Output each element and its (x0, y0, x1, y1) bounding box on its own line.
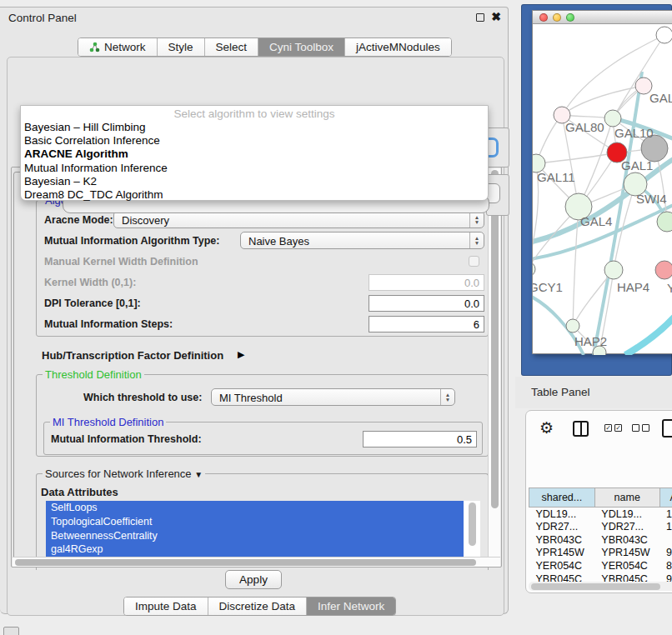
table-row[interactable]: YDL19...YDL19...13 (529, 508, 672, 521)
table-row[interactable]: YBR043CYBR043C (529, 533, 672, 547)
which-threshold-combo[interactable]: MI Threshold ▲▼ (211, 388, 455, 406)
table-row[interactable]: YBR045CYBR045C9. (529, 572, 672, 582)
table-horizontal-scrollbar[interactable] (529, 582, 672, 591)
data-attributes-list[interactable]: SelfLoopsTopologicalCoefficientBetweenne… (46, 501, 480, 559)
list-scrollbar-thumb[interactable] (469, 502, 476, 546)
table-cell[interactable]: YER054C (594, 559, 659, 572)
table-cell[interactable]: 13 (659, 508, 672, 521)
table-cell[interactable]: YDR27... (594, 520, 659, 533)
table-row[interactable]: YER054CYER054C8. (529, 559, 672, 572)
select-all-checkboxes-icon[interactable]: ✓✓ (604, 424, 622, 432)
vertical-scrollbar-thumb[interactable] (491, 170, 499, 508)
network-node-HAP2[interactable] (566, 319, 579, 332)
tab-impute-data[interactable]: Impute Data (124, 598, 208, 615)
zoom-traffic-light-icon[interactable] (566, 13, 574, 22)
control-panel-titlebar[interactable]: Control Panel ✖ (0, 8, 508, 29)
disclosure-down-icon[interactable]: ▼ (194, 470, 203, 479)
node-label: HAP2 (574, 334, 607, 348)
table-cell[interactable]: 9. (659, 572, 672, 582)
sources-title[interactable]: Sources for Network Inference ▼ (43, 468, 205, 480)
close-traffic-light-icon[interactable] (539, 13, 548, 22)
attribute-item-selected[interactable]: gal4RGexp (46, 542, 464, 557)
mi-type-combo[interactable]: Naive Bayes ▲▼ (240, 232, 484, 249)
table-row[interactable]: YPR145WYPR145W9. (529, 547, 672, 560)
table-cell[interactable]: 12 (659, 520, 672, 533)
table-cell[interactable] (659, 533, 672, 547)
dropdown-item[interactable]: Bayesian – Hill Climbing (21, 121, 488, 134)
mi-threshold-group: MI Threshold Definition Mutual Informati… (43, 422, 483, 455)
float-window-icon[interactable] (476, 13, 484, 22)
network-node-GCY1[interactable] (533, 262, 535, 277)
column-header-shared...[interactable]: shared... (529, 488, 595, 508)
close-icon[interactable]: ✖ (491, 10, 501, 23)
network-node[interactable] (657, 212, 672, 232)
table-cell[interactable]: YDR27... (529, 520, 595, 533)
attribute-item-selected[interactable]: BetweennessCentrality (46, 529, 464, 543)
stepper-arrows-icon: ▲▼ (440, 389, 454, 405)
node-label: GAL (649, 91, 672, 105)
attribute-item-selected[interactable]: SelfLoops (46, 501, 464, 515)
settings-scroll-pane: Cyni Algorithm Settings Algorithm Defini… (11, 167, 502, 568)
dropdown-item[interactable]: Basic Correlation Inference (21, 134, 488, 148)
stepper-arrows-icon: ▲▼ (469, 232, 484, 248)
network-graph[interactable]: GALGAL80GAL10GAL1GAL11SWI4GAL4GCY1HAP4YH… (533, 25, 672, 355)
table-cell[interactable]: 8. (659, 559, 672, 572)
table-cell[interactable]: YER054C (529, 559, 595, 572)
tab-label: Infer Network (318, 600, 384, 612)
settings-horizontal-scrollbar[interactable] (13, 557, 500, 567)
dropdown-item[interactable]: Mutual Information Inference (21, 162, 488, 175)
table-panel-titlebar[interactable]: Table Panel (515, 377, 672, 408)
settings-vertical-scrollbar[interactable] (488, 168, 500, 557)
gear-icon[interactable]: ⚙ (539, 418, 554, 438)
network-view-frame[interactable]: GALGAL80GAL10GAL1GAL11SWI4GAL4GCY1HAP4YH… (521, 4, 672, 376)
dropdown-item[interactable]: Bayesian – K2 (21, 175, 488, 188)
tab-discretize-data[interactable]: Discretize Data (208, 598, 308, 615)
aracne-mode-label: Aracne Mode: (44, 214, 113, 226)
table-cell[interactable]: 9. (659, 547, 672, 560)
attribute-item-selected[interactable]: TopologicalCoefficient (46, 515, 464, 529)
split-columns-icon[interactable] (573, 421, 589, 437)
dropdown-item[interactable]: ARACNE Algorithm (21, 148, 488, 161)
manual-kernel-checkbox[interactable] (469, 256, 479, 267)
table-cell[interactable]: YBR045C (529, 572, 595, 582)
network-window[interactable]: GALGAL80GAL10GAL1GAL11SWI4GAL4GCY1HAP4YH… (532, 10, 672, 354)
column-header-A[interactable]: A (659, 488, 672, 508)
panel-mode-icon[interactable] (662, 419, 672, 438)
deselect-all-checkboxes-icon[interactable] (632, 424, 649, 432)
table-cell[interactable]: YDL19... (594, 508, 659, 521)
table-cell[interactable]: YPR145W (529, 547, 595, 560)
tab-style[interactable]: Style (158, 38, 205, 56)
node-label: GAL4 (580, 214, 612, 228)
table-cell[interactable]: YPR145W (594, 547, 659, 560)
collapsed-panel-icon[interactable] (3, 627, 19, 635)
tab-select[interactable]: Select (205, 38, 259, 56)
minimize-traffic-light-icon[interactable] (553, 13, 561, 22)
disclosure-right-icon[interactable]: ▶ (238, 349, 244, 360)
network-node-HAP4[interactable] (604, 261, 623, 279)
aracne-mode-value: Discovery (122, 214, 169, 227)
dpi-tolerance-field[interactable] (369, 295, 484, 312)
table-scrollbar-thumb[interactable] (531, 583, 660, 590)
network-node-GAL10[interactable] (604, 110, 621, 127)
horizontal-scrollbar-thumb[interactable] (15, 559, 476, 566)
tab-infer-network[interactable]: Infer Network (307, 598, 395, 615)
table-cell[interactable]: YBR045C (594, 572, 659, 582)
aracne-mode-combo[interactable]: Discovery ▲▼ (113, 211, 484, 228)
table-cell[interactable]: YBR043C (529, 533, 595, 547)
network-node-Y[interactable] (655, 261, 672, 279)
apply-button[interactable]: Apply (225, 570, 282, 589)
network-node[interactable] (656, 27, 672, 43)
tab-cyni-toolbox[interactable]: Cyni Toolbox (258, 38, 345, 56)
kernel-width-field[interactable] (369, 274, 484, 291)
table-cell[interactable]: YDL19... (529, 508, 595, 521)
dropdown-item[interactable]: Dream8 DC_TDC Algorithm (21, 188, 488, 202)
mi-steps-field[interactable] (369, 316, 484, 332)
tab-jactivemnodules[interactable]: jActiveMNodules (345, 38, 451, 56)
hub-definition-label[interactable]: Hub/Transcription Factor Definition (42, 349, 223, 362)
tab-network[interactable]: Network (78, 38, 158, 56)
mi-threshold-field[interactable] (363, 431, 477, 448)
network-window-titlebar[interactable] (533, 11, 672, 24)
column-header-name[interactable]: name (594, 488, 659, 508)
table-cell[interactable]: YBR043C (594, 533, 659, 547)
table-row[interactable]: YDR27...YDR27...12 (529, 520, 672, 533)
